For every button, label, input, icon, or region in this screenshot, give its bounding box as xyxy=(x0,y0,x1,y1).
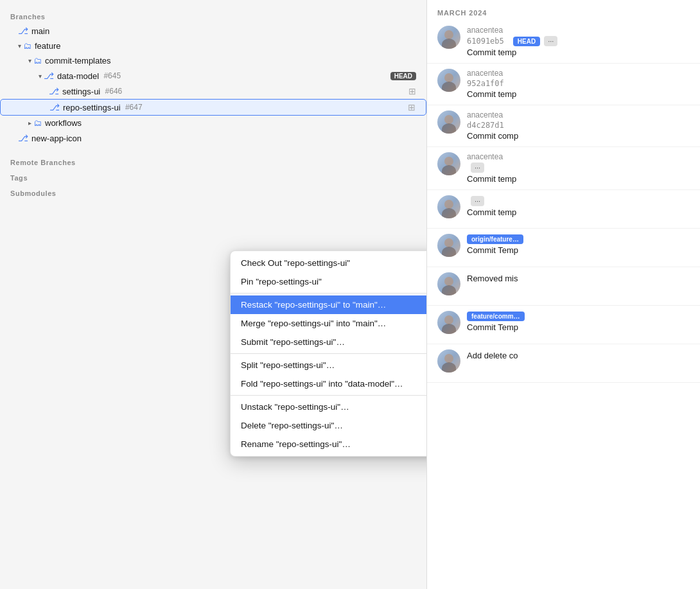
menu-item-merge[interactable]: Merge "repo-settings-ui" into "main"… xyxy=(231,314,427,333)
branch-icon-4: ⎇ xyxy=(49,102,60,112)
menu-item-restack[interactable]: Restack "repo-settings-ui" to "main"… xyxy=(231,295,427,314)
folder-icon-2: 🗂 xyxy=(33,56,42,66)
commit-row-4[interactable]: anacentea ··· Commit temp xyxy=(427,147,700,190)
menu-item-delete[interactable]: Delete "repo-settings-ui"… xyxy=(231,416,427,435)
menu-item-unstack[interactable]: Unstack "repo-settings-ui"… xyxy=(231,398,427,416)
commit-message-6: Commit Temp xyxy=(467,245,518,255)
commit-info-1: anacentea 61091eb5 HEAD ··· Commit temp xyxy=(467,26,690,58)
stack-icon-repo-settings-ui: ⊞ xyxy=(408,102,416,112)
folder-icon-3: 🗂 xyxy=(33,118,42,128)
commit-author-2: anacentea xyxy=(467,69,690,78)
chevron-right-icon: ▸ xyxy=(28,119,31,127)
branch-item-main[interactable]: ⎇ main xyxy=(0,23,426,39)
commit-hash-3: d4c287d1 xyxy=(467,121,504,130)
head-badge-1: HEAD xyxy=(513,37,540,46)
commit-message-7: Removed mis xyxy=(467,274,518,283)
stack-icon-settings-ui: ⊞ xyxy=(408,86,416,96)
commit-message-5: Commit temp xyxy=(467,207,516,217)
branch-item-workflows[interactable]: ▸ 🗂 workflows xyxy=(0,116,426,130)
commit-info-9: Add delete co xyxy=(467,349,690,361)
chevron-down-icon: ▾ xyxy=(18,42,21,49)
commit-author-4: anacentea xyxy=(467,152,690,161)
commit-author-1: anacentea xyxy=(467,26,690,35)
commit-row-6[interactable]: origin/feature… Commit Temp xyxy=(427,229,700,267)
pr-badge-settings-ui: #646 xyxy=(103,87,122,96)
avatar-9 xyxy=(437,349,460,373)
branch-item-commit-templates[interactable]: ▾ 🗂 commit-templates xyxy=(0,53,426,68)
tags-section-header: Tags xyxy=(0,169,426,184)
menu-item-pin[interactable]: Pin "repo-settings-ui" xyxy=(231,272,427,291)
commit-row-2[interactable]: anacentea 952a1f0f Commit temp xyxy=(427,64,700,105)
avatar-6 xyxy=(437,234,460,257)
menu-item-fold[interactable]: Fold "repo-settings-ui" into "data-model… xyxy=(231,374,427,393)
pr-badge-data-model: #645 xyxy=(101,71,121,80)
commit-info-8: feature/comm… Commit Temp xyxy=(467,311,690,333)
avatar-8 xyxy=(437,311,460,334)
menu-separator-3 xyxy=(231,395,427,396)
branch-icon: ⎇ xyxy=(18,26,28,36)
commit-info-7: Removed mis xyxy=(467,272,690,284)
avatar-3 xyxy=(437,110,460,134)
folder-icon: 🗂 xyxy=(23,41,31,51)
avatar-2 xyxy=(437,69,460,92)
commit-row-5[interactable]: ··· Commit temp xyxy=(427,190,700,229)
commit-info-3: anacentea d4c287d1 Commit comp xyxy=(467,110,690,141)
menu-item-rename[interactable]: Rename "repo-settings-ui"… xyxy=(231,435,427,453)
more-badge-4[interactable]: ··· xyxy=(471,163,484,173)
commit-message-8: Commit Temp xyxy=(467,322,518,332)
branch-item-feature[interactable]: ▾ 🗂 feature xyxy=(0,39,426,53)
avatar-1 xyxy=(437,26,460,49)
avatar-4 xyxy=(437,152,460,175)
branch-label-feature: feature xyxy=(35,41,60,51)
commit-info-6: origin/feature… Commit Temp xyxy=(467,234,690,256)
pr-badge-repo-settings-ui: #647 xyxy=(123,103,143,112)
more-badge-1[interactable]: ··· xyxy=(544,36,557,46)
commit-hash-2: 952a1f0f xyxy=(467,79,504,88)
month-header: MARCH 2024 xyxy=(427,0,700,21)
commit-info-2: anacentea 952a1f0f Commit temp xyxy=(467,69,690,100)
menu-item-split[interactable]: Split "repo-settings-ui"… xyxy=(231,356,427,374)
context-menu: Check Out "repo-settings-ui" Pin "repo-s… xyxy=(230,251,427,457)
menu-item-checkout[interactable]: Check Out "repo-settings-ui" xyxy=(231,254,427,272)
menu-item-submit[interactable]: Submit "repo-settings-ui"… xyxy=(231,333,427,351)
remote-branches-section-header: Remote Branches xyxy=(0,154,426,169)
commit-row-3[interactable]: anacentea d4c287d1 Commit comp xyxy=(427,105,700,147)
commit-message-2: Commit temp xyxy=(467,89,516,99)
commit-message-9: Add delete co xyxy=(467,351,518,360)
branch-label-new-app-icon: new-app-icon xyxy=(31,134,82,143)
feature-comm-badge: feature/comm… xyxy=(467,312,525,321)
branch-label-commit-templates: commit-templates xyxy=(45,56,111,66)
chevron-down-icon-3: ▾ xyxy=(39,73,42,80)
branch-label-data-model: data-model xyxy=(57,71,99,81)
chevron-down-icon-2: ▾ xyxy=(28,57,31,64)
left-panel: Branches ⎇ main ▾ 🗂 feature ▾ 🗂 commit-t… xyxy=(0,0,427,589)
commit-info-5: ··· Commit temp xyxy=(467,195,690,218)
commit-info-4: anacentea ··· Commit temp xyxy=(467,152,690,184)
branch-item-repo-settings-ui[interactable]: ⎇ repo-settings-ui #647 ⊞ xyxy=(0,99,426,116)
branch-label-main: main xyxy=(31,26,49,36)
right-panel: MARCH 2024 anacentea 61091eb5 HEAD ··· C… xyxy=(427,0,700,589)
commit-row-7[interactable]: Removed mis xyxy=(427,267,700,306)
menu-separator-1 xyxy=(231,293,427,294)
branch-item-new-app-icon[interactable]: ⎇ new-app-icon xyxy=(0,130,426,146)
avatar-5 xyxy=(437,195,460,218)
branch-item-settings-ui[interactable]: ⎇ settings-ui #646 ⊞ xyxy=(0,84,426,99)
branch-label-workflows: workflows xyxy=(45,118,82,128)
avatar-7 xyxy=(437,272,460,295)
branch-item-data-model[interactable]: ▾ ⎇ data-model #645 HEAD xyxy=(0,68,426,84)
more-badge-5[interactable]: ··· xyxy=(471,196,484,206)
branch-label-settings-ui: settings-ui xyxy=(62,87,100,96)
branch-icon-3: ⎇ xyxy=(49,86,59,96)
branches-section-header: Branches xyxy=(0,8,426,23)
submodules-section-header: Submodules xyxy=(0,184,426,200)
commit-row-1[interactable]: anacentea 61091eb5 HEAD ··· Commit temp xyxy=(427,21,700,64)
head-badge-data-model: HEAD xyxy=(390,72,416,80)
commit-row-8[interactable]: feature/comm… Commit Temp xyxy=(427,306,700,344)
commit-author-3: anacentea xyxy=(467,110,690,119)
commit-hash-1: 61091eb5 xyxy=(467,37,504,46)
origin-feature-badge: origin/feature… xyxy=(467,234,523,244)
commit-message-1: Commit temp xyxy=(467,48,516,57)
commit-row-9[interactable]: Add delete co xyxy=(427,344,700,383)
branch-icon-2: ⎇ xyxy=(44,71,54,81)
branch-icon-5: ⎇ xyxy=(18,133,28,143)
